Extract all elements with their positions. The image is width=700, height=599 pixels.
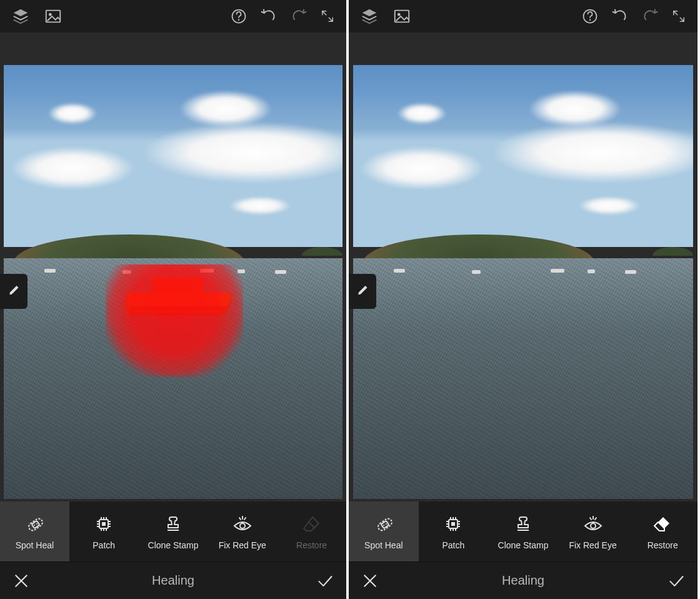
mode-title: Healing xyxy=(379,573,668,588)
brush-settings-tab[interactable] xyxy=(0,274,28,309)
mode-title: Healing xyxy=(30,573,316,588)
tool-label: Spot Heal xyxy=(364,540,402,550)
eraser-icon xyxy=(652,513,673,535)
top-toolbar xyxy=(0,0,346,33)
confirm-button[interactable] xyxy=(316,572,334,590)
expand-icon[interactable] xyxy=(320,9,335,24)
expand-icon[interactable] xyxy=(671,9,686,24)
stamp-icon xyxy=(162,513,184,535)
tool-fix-red-eye[interactable]: Fix Red Eye xyxy=(558,501,628,561)
tool-fix-red-eye[interactable]: Fix Red Eye xyxy=(208,501,277,561)
confirm-button[interactable] xyxy=(668,572,685,590)
stamp-icon xyxy=(512,513,534,535)
tool-clone-stamp[interactable]: Clone Stamp xyxy=(139,501,208,561)
redo-icon[interactable] xyxy=(289,8,310,25)
help-icon[interactable] xyxy=(230,8,248,25)
tool-spot-heal[interactable]: Spot Heal xyxy=(349,501,419,561)
tool-spot-heal[interactable]: Spot Heal xyxy=(0,501,69,561)
undo-icon[interactable] xyxy=(258,8,279,25)
bandage-icon xyxy=(373,513,394,535)
top-toolbar xyxy=(349,0,698,33)
bottom-bar: Healing xyxy=(349,561,698,599)
tool-label: Fix Red Eye xyxy=(219,540,266,550)
layers-icon[interactable] xyxy=(360,7,379,26)
brush-settings-tab[interactable] xyxy=(349,274,376,309)
cancel-button[interactable] xyxy=(361,572,379,590)
bottom-bar: Healing xyxy=(0,561,346,599)
photo[interactable] xyxy=(353,65,693,499)
tool-label: Clone Stamp xyxy=(148,540,199,550)
canvas[interactable] xyxy=(0,33,346,501)
panel-left: Spot Heal Patch Clone Stamp Fix Red Eye … xyxy=(0,0,349,599)
tool-restore[interactable]: Restore xyxy=(628,501,698,561)
eraser-icon xyxy=(301,513,322,535)
layers-icon[interactable] xyxy=(11,7,30,26)
chip-icon xyxy=(442,513,464,535)
image-icon[interactable] xyxy=(392,7,411,26)
image-icon[interactable] xyxy=(44,7,62,26)
tool-label: Patch xyxy=(92,540,115,550)
help-icon[interactable] xyxy=(581,8,599,25)
cancel-button[interactable] xyxy=(12,572,30,590)
canvas[interactable] xyxy=(349,33,698,501)
photo[interactable] xyxy=(4,65,342,499)
tool-clone-stamp[interactable]: Clone Stamp xyxy=(488,501,558,561)
tool-row: Spot Heal Patch Clone Stamp Fix Red Eye … xyxy=(0,501,346,561)
tool-label: Clone Stamp xyxy=(498,540,549,550)
tool-label: Restore xyxy=(296,540,327,550)
tool-row: Spot Heal Patch Clone Stamp Fix Red Eye … xyxy=(349,501,698,561)
redeye-icon xyxy=(232,513,253,535)
tool-restore: Restore xyxy=(277,501,346,561)
undo-icon[interactable] xyxy=(609,8,630,25)
panel-right: Spot Heal Patch Clone Stamp Fix Red Eye … xyxy=(349,0,698,599)
tool-label: Spot Heal xyxy=(16,540,54,550)
tool-patch[interactable]: Patch xyxy=(69,501,139,561)
chip-icon xyxy=(93,513,114,535)
redo-icon[interactable] xyxy=(640,8,661,25)
tool-label: Restore xyxy=(648,540,678,550)
tool-label: Fix Red Eye xyxy=(569,540,616,550)
boat-object xyxy=(126,278,232,315)
tool-patch[interactable]: Patch xyxy=(419,501,489,561)
bandage-icon xyxy=(24,513,45,535)
tool-label: Patch xyxy=(442,540,464,550)
redeye-icon xyxy=(582,513,604,535)
